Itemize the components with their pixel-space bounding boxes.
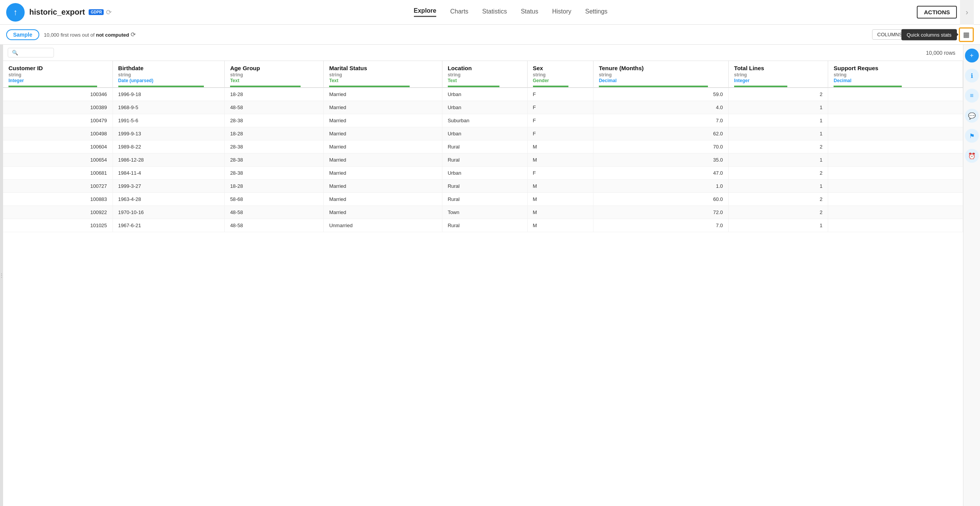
quick-stats-button[interactable]: ▦ (959, 27, 974, 42)
table-cell: 1.0 (593, 180, 728, 193)
table-cell: Rural (442, 193, 527, 206)
table-cell: 72.0 (593, 206, 728, 219)
table-cell: M (527, 206, 593, 219)
table-cell: Married (324, 206, 442, 219)
col-header-age-group[interactable]: Age Group string Text (225, 61, 324, 88)
refresh-icon[interactable]: ⟳ (106, 8, 112, 17)
table-cell: 2 (728, 88, 828, 101)
table-cell: Urban (442, 127, 527, 140)
table-cell: 18-28 (225, 180, 324, 193)
sidebar-icon-menu[interactable]: ≡ (965, 89, 979, 103)
table-cell: F (527, 101, 593, 114)
col-header-total-lines[interactable]: Total Lines string Integer (728, 61, 828, 88)
gdpr-badge: GDPR (89, 9, 104, 15)
table-cell: 2 (728, 206, 828, 219)
col-header-location[interactable]: Location string Text (442, 61, 527, 88)
nav-tabs: Explore Charts Statistics Status History… (414, 7, 608, 17)
table-cell: 35.0 (593, 153, 728, 167)
table-cell: Married (324, 114, 442, 127)
right-sidebar: + ℹ ≡ 💬 ⚑ ⏰ (963, 45, 980, 506)
table-cell (828, 140, 963, 153)
table-row: 1003461996-9-1818-28MarriedUrbanF59.02 (3, 88, 963, 101)
table-cell (828, 167, 963, 180)
table-cell: 1 (728, 127, 828, 140)
bar-chart-icon: ▦ (963, 30, 970, 39)
data-table: Customer ID string Integer Birthdate str… (3, 61, 963, 232)
table-cell: 1986-12-28 (113, 153, 225, 167)
table-cell (828, 193, 963, 206)
table-cell: 1999-3-27 (113, 180, 225, 193)
table-cell: Rural (442, 153, 527, 167)
table-cell: 48-58 (225, 219, 324, 232)
sidebar-icon-chat[interactable]: 💬 (965, 109, 979, 123)
table-cell: Married (324, 180, 442, 193)
table-cell: F (527, 127, 593, 140)
table-cell: Urban (442, 101, 527, 114)
table-cell: Suburban (442, 114, 527, 127)
collapse-arrow[interactable]: › (960, 0, 974, 25)
tab-history[interactable]: History (552, 8, 572, 17)
table-cell: Unmarried (324, 219, 442, 232)
table-cell: 58-68 (225, 193, 324, 206)
table-cell: 2 (728, 140, 828, 153)
resize-handle[interactable] (0, 45, 3, 506)
table-cell: 100883 (3, 193, 113, 206)
col-header-birthdate[interactable]: Birthdate string Date (unparsed) (113, 61, 225, 88)
table-cell: 1 (728, 101, 828, 114)
table-cell: Town (442, 206, 527, 219)
table-cell: Married (324, 127, 442, 140)
search-input[interactable] (8, 48, 54, 57)
table-cell: 70.0 (593, 140, 728, 153)
table-cell: M (527, 140, 593, 153)
table-cell: Married (324, 140, 442, 153)
tab-charts[interactable]: Charts (450, 8, 468, 17)
table-cell: 60.0 (593, 193, 728, 206)
table-cell: 7.0 (593, 114, 728, 127)
col-header-marital-status[interactable]: Marital Status string Text (324, 61, 442, 88)
col-header-support-requests[interactable]: Support Reques string Decimal (828, 61, 963, 88)
table-cell: 62.0 (593, 127, 728, 140)
rows-refresh-icon[interactable]: ⟳ (131, 31, 136, 38)
table-row: 1006041989-8-2228-38MarriedRuralM70.02 (3, 140, 963, 153)
table-area: 10,000 rows Customer ID string Integer (3, 45, 963, 506)
table-cell: 100727 (3, 180, 113, 193)
tab-explore[interactable]: Explore (414, 7, 437, 17)
table-cell (828, 219, 963, 232)
table-cell: 100922 (3, 206, 113, 219)
tab-statistics[interactable]: Statistics (482, 8, 507, 17)
table-cell: 4.0 (593, 101, 728, 114)
quick-stats-wrapper: Quick columns stats ▦ (959, 27, 974, 42)
quick-stats-tooltip: Quick columns stats (901, 29, 957, 40)
table-cell: 18-28 (225, 127, 324, 140)
table-cell: 1967-6-21 (113, 219, 225, 232)
table-cell: 100654 (3, 153, 113, 167)
table-cell: Urban (442, 167, 527, 180)
table-row: 1007271999-3-2718-28MarriedRuralM1.01 (3, 180, 963, 193)
actions-button[interactable]: ACTIONS (917, 6, 957, 19)
tab-settings[interactable]: Settings (585, 8, 608, 17)
sidebar-icon-flag[interactable]: ⚑ (965, 129, 979, 143)
col-header-customer-id[interactable]: Customer ID string Integer (3, 61, 113, 88)
sidebar-icon-clock[interactable]: ⏰ (965, 149, 979, 163)
table-cell: 28-38 (225, 114, 324, 127)
toolbar-right: COLUMNS (21) ▾ DISPLAY Quick columns sta… (872, 27, 974, 42)
sample-button[interactable]: Sample (6, 29, 39, 40)
table-cell (828, 127, 963, 140)
search-bar: 10,000 rows (3, 45, 963, 61)
rows-count: 10,000 rows (926, 50, 958, 56)
col-header-tenure[interactable]: Tenure (Months) string Decimal (593, 61, 728, 88)
table-cell: Married (324, 101, 442, 114)
table-cell: Married (324, 153, 442, 167)
sidebar-icon-plus[interactable]: + (965, 49, 979, 62)
table-cell: Rural (442, 219, 527, 232)
sidebar-icon-info[interactable]: ℹ (965, 69, 979, 83)
main-content: 10,000 rows Customer ID string Integer (0, 45, 980, 506)
table-cell (828, 88, 963, 101)
table-body: 1003461996-9-1818-28MarriedUrbanF59.0210… (3, 88, 963, 232)
table-cell: 1968-9-5 (113, 101, 225, 114)
table-row: 1010251967-6-2148-58UnmarriedRuralM7.01 (3, 219, 963, 232)
tab-status[interactable]: Status (521, 8, 538, 17)
table-cell: 1996-9-18 (113, 88, 225, 101)
table-cell: 100346 (3, 88, 113, 101)
col-header-sex[interactable]: Sex string Gender (527, 61, 593, 88)
